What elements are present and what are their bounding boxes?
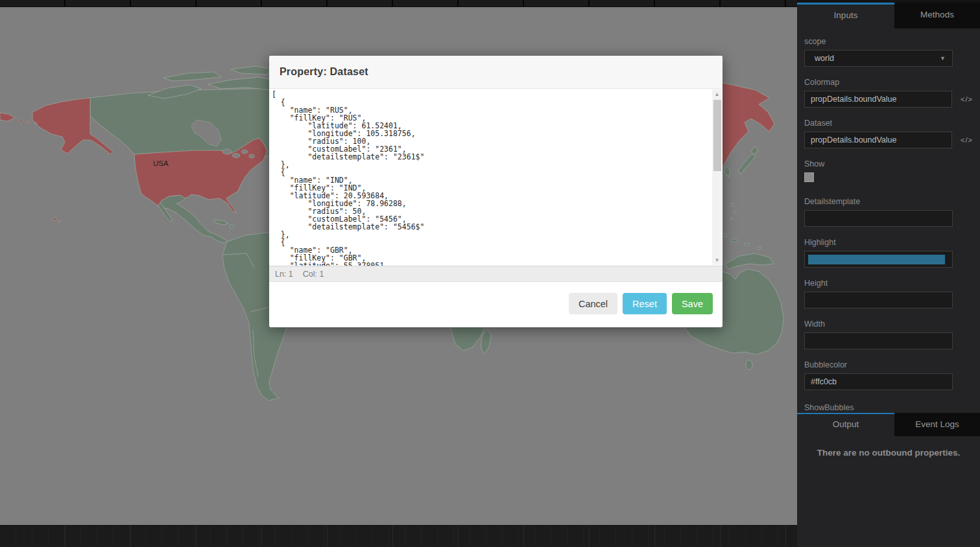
highlight-color-bar [808,255,945,264]
line-indicator: Ln: 1 [275,270,293,279]
output-panel: Output Event Logs There are no outbound … [797,413,980,524]
input-fields-panel: scope world ▼ Colormap </> Dataset </> S… [797,29,980,413]
editor-statusbar: Ln: 1 Col: 1 [269,266,723,282]
modal-header: Property: Dataset [269,56,723,89]
show-checkbox[interactable] [804,172,814,182]
map-canvas: USA Property: Dataset [ { "name": "RUS",… [0,0,797,547]
code-editor[interactable]: [ { "name": "RUS", "fillKey": "RUS", "la… [269,89,723,266]
detailstemplate-input[interactable] [804,210,953,227]
top-toolbar [0,0,797,7]
scrollbar-track[interactable] [712,99,722,255]
scope-label: scope [804,37,973,46]
colormap-label: Colormap [804,78,973,87]
scroll-up-icon[interactable]: ▲ [712,89,722,99]
field-dataset: Dataset </> [804,119,973,148]
field-bubblecolor: Bubblecolor [804,360,973,390]
code-icon[interactable]: </> [961,95,973,103]
tab-event-logs[interactable]: Event Logs [894,413,980,436]
height-input[interactable] [804,292,953,308]
field-height: Height [804,279,973,308]
showbubbles-label: ShowBubbles [804,403,854,412]
properties-sidebar: Inputs Methods scope world ▼ Colormap </… [797,0,980,547]
country-japan [738,154,756,174]
output-body: There are no outbound properties. [797,436,980,524]
width-label: Width [804,320,973,329]
bubblecolor-input[interactable] [804,373,953,390]
field-highlight: Highlight [804,238,973,268]
output-tabbar: Output Event Logs [797,413,980,436]
tab-methods[interactable]: Methods [894,3,980,29]
field-width: Width [804,320,973,349]
scrollbar-thumb[interactable] [713,100,721,171]
detailstemplate-label: Detailstemplate [804,197,973,206]
dataset-label: Dataset [804,119,973,128]
show-label: Show [804,159,973,169]
code-icon[interactable]: </> [961,136,973,144]
column-indicator: Col: 1 [303,270,324,279]
scope-select-value: world [815,54,834,63]
height-label: Height [804,279,973,288]
width-input[interactable] [804,332,953,349]
colormap-input[interactable] [804,91,952,108]
save-button[interactable]: Save [672,293,713,314]
highlight-label: Highlight [804,238,973,247]
modal-footer: Cancel Reset Save [269,282,723,326]
output-empty-message: There are no outbound properties. [817,448,961,458]
cancel-button[interactable]: Cancel [569,293,617,314]
scroll-down-icon[interactable]: ▼ [712,255,722,265]
field-detailstemplate: Detailstemplate [804,197,973,227]
chevron-down-icon: ▼ [940,55,946,62]
reset-button[interactable]: Reset [623,293,667,314]
field-show: Show [804,159,973,182]
editor-content[interactable]: [ { "name": "RUS", "fillKey": "RUS", "la… [269,89,723,266]
bottom-timeline-ruler [0,525,797,547]
tab-output[interactable]: Output [797,413,894,436]
field-scope: scope world ▼ [804,37,973,67]
sidebar-tabbar: Inputs Methods [797,0,980,29]
bubblecolor-label: Bubblecolor [804,360,973,369]
property-dataset-modal: Property: Dataset [ { "name": "RUS", "fi… [269,56,723,327]
field-colormap: Colormap </> [804,78,973,108]
editor-scrollbar[interactable]: ▲ ▼ [712,89,722,265]
tab-inputs[interactable]: Inputs [797,3,894,29]
scope-select[interactable]: world ▼ [804,50,953,67]
highlight-input[interactable] [804,251,953,268]
usa-label: USA [153,159,169,167]
dataset-input[interactable] [804,132,952,148]
modal-title: Property: Dataset [280,66,368,78]
field-showbubbles: ShowBubbles [804,401,973,413]
